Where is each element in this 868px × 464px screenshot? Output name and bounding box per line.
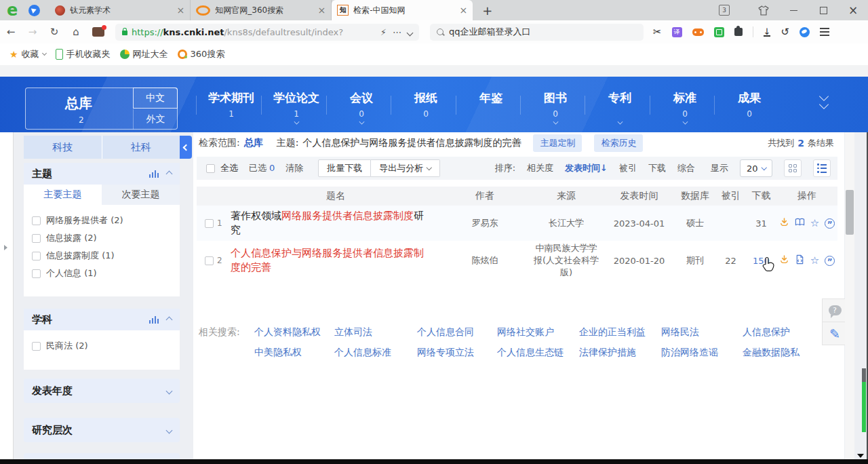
cite-quote-icon[interactable]: ” bbox=[825, 256, 835, 266]
chart-icon[interactable] bbox=[149, 170, 159, 178]
column-header[interactable]: 题名 bbox=[231, 190, 441, 202]
scissors-icon[interactable]: ✂ bbox=[653, 26, 662, 38]
related-search-link[interactable]: 个人信息合同 bbox=[417, 326, 474, 339]
checkbox[interactable] bbox=[32, 269, 41, 278]
tab-close-icon[interactable]: × bbox=[460, 5, 468, 16]
theme-filter-item[interactable]: 个人信息 (1) bbox=[32, 265, 172, 282]
browser-tab-1[interactable]: 钛元素学术× bbox=[50, 0, 191, 20]
back-button[interactable]: ← bbox=[0, 26, 22, 38]
browser-tab-3[interactable]: 知检索-中国知网× bbox=[332, 0, 473, 20]
tab-primary-theme[interactable]: 主要主题 bbox=[24, 185, 102, 205]
row-checkbox[interactable] bbox=[205, 256, 214, 265]
related-search-link[interactable]: 法律保护措施 bbox=[579, 347, 636, 359]
page-size-select[interactable]: 20 bbox=[740, 159, 772, 177]
nav-item-6[interactable]: 图书0 bbox=[523, 90, 588, 124]
downloads-icon[interactable]: ↓ bbox=[764, 28, 771, 37]
cite-quote-icon[interactable]: ” bbox=[825, 218, 835, 229]
help-button[interactable]: ? bbox=[823, 299, 847, 322]
lang-tab-foreign[interactable]: 外文 bbox=[133, 109, 178, 130]
result-title-link[interactable]: 著作权领域网络服务提供者信息披露制度研究 bbox=[231, 209, 441, 237]
related-search-link[interactable]: 中美隐私权 bbox=[254, 347, 302, 359]
select-all-label[interactable]: 全选 bbox=[220, 162, 238, 174]
tab-close-icon[interactable]: × bbox=[177, 5, 185, 16]
url-dropdown-icon[interactable] bbox=[408, 27, 412, 37]
translate-icon[interactable]: 译 bbox=[672, 27, 682, 37]
collapse-up-icon[interactable] bbox=[166, 316, 173, 323]
close-button[interactable]: × bbox=[838, 0, 868, 20]
author-cell[interactable]: 陈炫伯 bbox=[441, 254, 529, 267]
grid-view-button[interactable] bbox=[784, 159, 802, 177]
nav-item-1[interactable]: 学术期刊1 bbox=[199, 90, 264, 119]
favorite-star-icon[interactable]: ☆ bbox=[810, 256, 819, 266]
bookmark-mobile-folder[interactable]: 手机收藏夹 bbox=[56, 48, 111, 60]
checkbox[interactable] bbox=[32, 216, 41, 225]
extensions-puzzle-icon[interactable] bbox=[734, 28, 743, 36]
browser-logo-icon[interactable]: e bbox=[7, 1, 18, 20]
row-checkbox[interactable] bbox=[205, 219, 214, 228]
sort-option[interactable]: 被引 bbox=[619, 162, 637, 174]
lang-tab-chinese[interactable]: 中文 bbox=[133, 88, 178, 109]
subject-card-header[interactable]: 学科 bbox=[24, 309, 180, 330]
browser-tab-2[interactable]: 知网官网_360搜索× bbox=[191, 0, 332, 20]
minimize-button[interactable] bbox=[778, 0, 808, 20]
nav-item-2[interactable]: 学位论文1 bbox=[264, 90, 329, 124]
related-search-link[interactable]: 网络社交账户 bbox=[497, 326, 554, 339]
theme-card-header[interactable]: 主题 bbox=[24, 163, 180, 185]
export-analyze-button[interactable]: 导出与分析 bbox=[371, 159, 440, 177]
related-search-link[interactable]: 个人信息生态链 bbox=[497, 347, 564, 359]
source-cell[interactable]: 中南民族大学学报(人文社会科学版) bbox=[529, 242, 604, 279]
list-view-button[interactable] bbox=[813, 159, 831, 177]
chart-icon[interactable] bbox=[149, 316, 159, 324]
sort-option[interactable]: 下载 bbox=[648, 162, 666, 174]
nav-item-3[interactable]: 会议0 bbox=[329, 90, 394, 124]
related-search-link[interactable]: 人信息保护 bbox=[743, 326, 790, 339]
download-op-icon[interactable] bbox=[779, 254, 789, 267]
speed-mode-icon[interactable] bbox=[800, 27, 810, 37]
theme-filter-item[interactable]: 信息披露制度 (1) bbox=[32, 247, 172, 265]
theme-filter-item[interactable]: 信息披露 (2) bbox=[32, 229, 172, 247]
clear-button[interactable]: 清除 bbox=[285, 162, 303, 174]
restore-button[interactable] bbox=[808, 0, 838, 20]
sidebar-section-level[interactable]: 研究层次 bbox=[24, 418, 180, 442]
nav-expand-chevron-icon[interactable] bbox=[821, 93, 827, 108]
related-search-link[interactable]: 网络民法 bbox=[661, 326, 699, 339]
lightning-icon[interactable]: ⚡ bbox=[380, 27, 387, 37]
column-header[interactable]: 数据库 bbox=[675, 190, 715, 202]
bookmark-360-search[interactable]: 360搜索 bbox=[178, 48, 225, 60]
related-search-link[interactable]: 防治网络造谣 bbox=[661, 347, 718, 359]
theme-skin-icon[interactable] bbox=[749, 0, 778, 20]
checkbox[interactable] bbox=[32, 342, 41, 351]
forward-button[interactable]: → bbox=[22, 26, 43, 38]
column-header[interactable]: 作者 bbox=[441, 190, 529, 202]
author-cell[interactable]: 罗易东 bbox=[441, 217, 529, 229]
new-tab-button[interactable]: + bbox=[482, 3, 492, 18]
html-read-icon[interactable] bbox=[795, 254, 805, 267]
search-input[interactable]: qq企业邮箱登录入口 bbox=[430, 24, 644, 41]
column-header[interactable]: 被引 bbox=[715, 190, 746, 202]
rail-expand-icon[interactable] bbox=[4, 245, 7, 250]
checkbox[interactable] bbox=[32, 252, 41, 260]
refresh-button[interactable]: ↻ bbox=[43, 26, 65, 38]
subject-filter-item[interactable]: 民商法 (2) bbox=[32, 337, 172, 355]
home-button[interactable]: ⌂ bbox=[65, 26, 87, 38]
tab-secondary-theme[interactable]: 次要主题 bbox=[102, 185, 180, 205]
bookmark-sites[interactable]: 网址大全 bbox=[120, 48, 168, 60]
scrollbar-track[interactable] bbox=[845, 132, 854, 460]
bookmark-favorites[interactable]: ★ 收藏 bbox=[9, 48, 46, 60]
favorite-star-icon[interactable]: ☆ bbox=[810, 218, 819, 229]
tab-count-badge[interactable]: 3 bbox=[719, 5, 730, 16]
sort-option[interactable]: 相关度 bbox=[527, 162, 553, 174]
batch-download-button[interactable]: 批量下载 bbox=[318, 159, 371, 177]
sidebar-tab-keji[interactable]: 科技 bbox=[24, 136, 102, 159]
sidebar-collapse-button[interactable] bbox=[180, 136, 192, 159]
nav-item-7[interactable]: 专利 bbox=[587, 90, 652, 124]
nav-zongku-tab[interactable]: 总库 2 中文 外文 bbox=[25, 88, 178, 130]
collapse-up-icon[interactable] bbox=[166, 170, 173, 177]
sort-option[interactable]: 综合 bbox=[677, 162, 695, 174]
screenshot-icon[interactable] bbox=[92, 27, 104, 37]
read-online-icon[interactable] bbox=[795, 217, 805, 229]
related-search-link[interactable]: 立体司法 bbox=[334, 326, 372, 339]
sort-option[interactable]: 发表时间↓ bbox=[565, 162, 608, 174]
scope-value[interactable]: 总库 bbox=[244, 137, 263, 149]
column-header[interactable]: 发表时间 bbox=[604, 190, 675, 202]
